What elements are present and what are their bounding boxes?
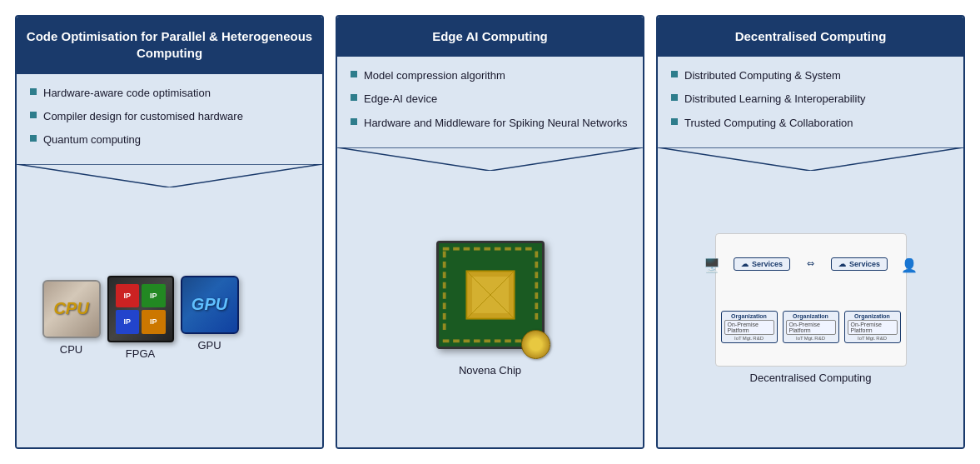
cpu-caption: CPU — [60, 343, 82, 356]
mgt-tag-3: Mgt. — [866, 336, 876, 341]
svg-rect-29 — [535, 262, 538, 268]
svg-rect-7 — [484, 247, 490, 251]
cpu-chip-item: CPU CPU — [42, 280, 101, 356]
svg-rect-30 — [535, 272, 538, 279]
user-icon-box: 👤 — [901, 257, 918, 273]
chip-grid: CPU CPU IP IP IP IP FPGA — [23, 276, 316, 360]
svg-rect-31 — [535, 282, 538, 289]
org-title-2: Organization — [793, 313, 828, 319]
card-parallel-bullets: Hardware-aware code optimisation Compile… — [17, 74, 322, 165]
mgt-tag-2: Mgt. — [804, 336, 814, 341]
coin-icon — [521, 330, 550, 359]
rd-tag-1: R&D — [753, 336, 764, 341]
bullet-icon — [30, 88, 37, 95]
iot-tag-1: IoT — [734, 336, 742, 341]
svg-marker-0 — [17, 164, 322, 187]
svg-rect-19 — [515, 340, 521, 343]
gpu-label: GPU — [192, 295, 227, 314]
bullet-text: Distributed Learning & Interoperability — [684, 92, 866, 107]
svg-rect-17 — [494, 340, 500, 343]
svg-rect-3 — [442, 247, 449, 251]
novena-caption: Novena Chip — [459, 364, 521, 377]
svg-rect-25 — [442, 303, 445, 310]
svg-rect-20 — [442, 252, 445, 258]
cpu-label: CPU — [53, 299, 88, 318]
org-tags-3: IoT Mgt. R&D — [858, 336, 887, 341]
svg-rect-9 — [505, 247, 511, 251]
card-decentral-header: Decentralised Computing — [658, 17, 963, 57]
svg-rect-4 — [453, 247, 460, 251]
org-tags-2: IoT Mgt. R&D — [796, 336, 825, 341]
bullet-icon — [351, 71, 357, 77]
svg-rect-11 — [525, 247, 531, 251]
decentral-caption: Decentralised Computing — [750, 372, 872, 384]
cloud-icon-left: ☁ — [741, 260, 749, 268]
fpga-cell-tl: IP — [116, 284, 140, 308]
bullet-item: Edge-AI device — [351, 92, 629, 107]
novena-chip-container — [436, 241, 545, 349]
novena-image-section: Novena Chip — [337, 171, 643, 447]
chevron-divider — [17, 164, 322, 187]
service-box-right: ☁ Services — [831, 257, 888, 271]
fpga-chip-item: IP IP IP IP FPGA — [107, 276, 174, 360]
rd-tag-2: R&D — [814, 336, 825, 341]
card-decentral-computing: Decentralised Computing Distributed Comp… — [656, 15, 965, 449]
svg-rect-6 — [473, 247, 480, 251]
org-title-3: Organization — [854, 313, 890, 319]
card-parallel-body: Hardware-aware code optimisation Compile… — [17, 74, 322, 448]
bullet-text: Quantum computing — [43, 132, 141, 147]
bullet-icon — [671, 71, 678, 77]
bullet-text: Hardware and Middleware for Spiking Neur… — [364, 116, 627, 131]
svg-rect-8 — [494, 247, 500, 251]
bullet-icon — [351, 118, 357, 125]
decentral-diagram: 🖥️ ☁ Services ⇔ ☁ S — [715, 233, 907, 367]
card-edge-body: Model compression algorithm Edge-AI devi… — [337, 57, 643, 447]
svg-rect-5 — [463, 247, 470, 251]
fpga-cell-tr: IP — [142, 284, 166, 308]
org-tags-1: IoT Mgt. R&D — [734, 336, 764, 341]
monitor-icon-box: 🖥️ — [704, 257, 720, 273]
svg-rect-14 — [463, 340, 470, 343]
novena-chip — [436, 241, 545, 349]
org-title-1: Organization — [731, 313, 767, 319]
svg-rect-34 — [535, 313, 538, 320]
svg-marker-1 — [337, 147, 643, 171]
fpga-cell-bl: IP — [116, 310, 140, 334]
svg-rect-27 — [442, 324, 445, 331]
svg-rect-18 — [505, 340, 511, 343]
svg-marker-39 — [658, 147, 963, 171]
card-edge-bullets: Model compression algorithm Edge-AI devi… — [337, 57, 643, 147]
bullet-item: Compiler design for customised hardware — [30, 109, 309, 124]
svg-rect-23 — [442, 282, 445, 289]
iot-tag-2: IoT — [796, 336, 803, 341]
org-box-3: Organization On-Premise Platform IoT Mgt… — [844, 311, 901, 343]
bullet-item: Quantum computing — [30, 132, 309, 147]
bullet-icon — [30, 135, 37, 142]
gpu-caption: GPU — [197, 339, 221, 352]
cloud-icon-right: ☁ — [838, 260, 846, 268]
bullet-icon — [351, 94, 357, 101]
org-platform-1: On-Premise Platform — [724, 320, 774, 335]
svg-rect-10 — [515, 247, 521, 251]
svg-rect-33 — [535, 303, 538, 310]
cpu-chip: CPU — [42, 280, 101, 338]
org-box-1: Organization On-Premise Platform IoT Mgt… — [721, 311, 778, 343]
main-container: Code Optimisation for Parallel & Heterog… — [15, 15, 965, 449]
service-label-right: Services — [849, 260, 880, 268]
bullet-text: Compiler design for customised hardware — [43, 109, 243, 124]
organizations-row: Organization On-Premise Platform IoT Mgt… — [721, 311, 901, 343]
bullet-item: Hardware-aware code optimisation — [30, 86, 309, 101]
org-platform-3: On-Premise Platform — [848, 320, 898, 335]
card-decentral-body: Distributed Computing & System Distribut… — [658, 57, 963, 447]
svg-rect-12 — [442, 340, 449, 343]
fpga-caption: FPGA — [126, 347, 155, 360]
chevron-divider — [337, 147, 643, 171]
org-platform-2: On-Premise Platform — [786, 320, 836, 335]
card-parallel-computing: Code Optimisation for Parallel & Heterog… — [15, 15, 324, 449]
bullet-text: Edge-AI device — [364, 92, 437, 107]
card-decentral-bullets: Distributed Computing & System Distribut… — [658, 57, 963, 147]
top-icons-row: 🖥️ ☁ Services ⇔ ☁ S — [704, 257, 918, 273]
pcb-traces — [439, 243, 542, 347]
service-label-left: Services — [752, 260, 783, 268]
decentral-diagram-section: 🖥️ ☁ Services ⇔ ☁ S — [658, 171, 963, 447]
